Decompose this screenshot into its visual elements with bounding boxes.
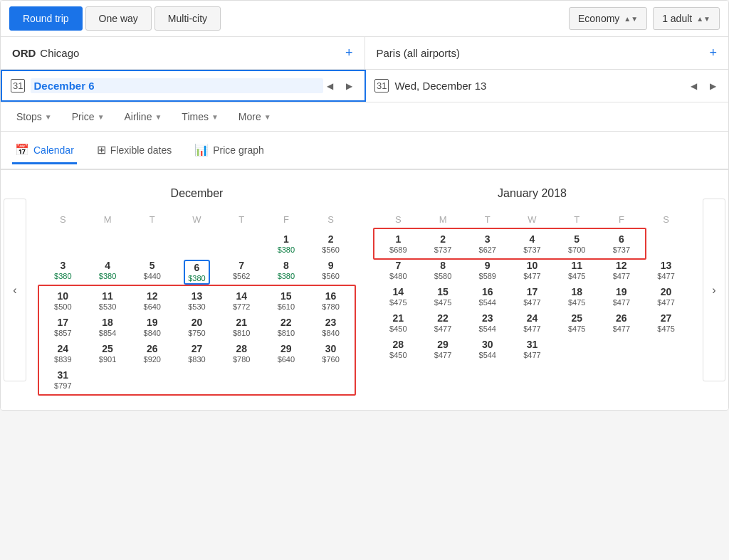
- table-row[interactable]: 31 $797: [41, 366, 85, 393]
- tab-price-graph[interactable]: 📊 Price graph: [192, 137, 267, 164]
- table-row[interactable]: 4 $737: [510, 231, 555, 257]
- tab-round-trip[interactable]: Round trip: [9, 6, 83, 31]
- table-row[interactable]: 6 $380: [174, 257, 219, 287]
- table-row[interactable]: 29 $477: [421, 336, 466, 362]
- table-row: [219, 231, 264, 257]
- table-row[interactable]: 3 $380: [41, 257, 85, 287]
- table-row[interactable]: 14 $475: [376, 283, 421, 310]
- table-row[interactable]: 3 $627: [465, 231, 510, 257]
- table-row[interactable]: 21 $810: [219, 314, 264, 340]
- table-row[interactable]: 11 $530: [85, 287, 130, 314]
- table-row[interactable]: 2 $560: [308, 231, 353, 257]
- table-row[interactable]: 20 $750: [174, 314, 219, 340]
- table-row[interactable]: 10 $477: [510, 257, 555, 283]
- prev-month-button[interactable]: ‹: [4, 199, 26, 381]
- table-row[interactable]: 7 $480: [376, 257, 421, 283]
- table-row[interactable]: 2 $737: [421, 231, 466, 257]
- return-date-field[interactable]: 31 Wed, December 13 ◀ ▶: [366, 70, 728, 102]
- table-row: [174, 366, 219, 393]
- depart-date-field[interactable]: 31 December 6 ◀ ▶: [1, 70, 366, 102]
- times-filter[interactable]: Times ▼: [177, 108, 223, 125]
- view-tabs-bar: 📅 Calendar ⊞ Flexible dates 📊 Price grap…: [1, 132, 728, 170]
- passengers-select[interactable]: 1 adult ▲▼: [653, 7, 720, 30]
- table-row[interactable]: 7 $562: [219, 257, 264, 287]
- airline-label: Airline: [125, 111, 152, 122]
- table-row[interactable]: 26 $477: [599, 310, 644, 336]
- table-row[interactable]: 27 $475: [644, 310, 688, 336]
- table-row[interactable]: 31 $477: [510, 336, 555, 362]
- table-row[interactable]: 17 $477: [510, 283, 555, 310]
- return-next-arrow[interactable]: ▶: [706, 80, 720, 93]
- table-row[interactable]: 30 $544: [465, 336, 510, 362]
- origin-field[interactable]: ORD Chicago +: [1, 37, 365, 69]
- table-row[interactable]: 19 $477: [599, 283, 644, 310]
- table-row[interactable]: 25 $901: [85, 340, 130, 366]
- dec-day-header-w: W: [174, 211, 219, 231]
- origin-plus-icon[interactable]: +: [345, 46, 353, 60]
- table-row[interactable]: 15 $475: [421, 283, 466, 310]
- destination-plus-icon[interactable]: +: [709, 46, 717, 60]
- table-row[interactable]: 16 $780: [308, 287, 353, 314]
- tab-one-way[interactable]: One way: [85, 6, 152, 31]
- table-row[interactable]: 4 $380: [85, 257, 130, 287]
- tab-flexible-dates[interactable]: ⊞ Flexible dates: [94, 137, 174, 164]
- main-container: Round trip One way Multi-city Economy ▲▼…: [0, 0, 729, 411]
- table-row[interactable]: 24 $839: [41, 340, 85, 366]
- table-row[interactable]: 27 $830: [174, 340, 219, 366]
- tab-calendar[interactable]: 📅 Calendar: [12, 137, 77, 164]
- table-row[interactable]: 14 $772: [219, 287, 264, 314]
- table-row[interactable]: 24 $477: [510, 310, 555, 336]
- destination-field[interactable]: Paris (all airports) +: [365, 37, 729, 69]
- table-row[interactable]: 29 $640: [264, 340, 309, 366]
- table-row[interactable]: 11 $475: [555, 257, 599, 283]
- cabin-select[interactable]: Economy ▲▼: [569, 7, 647, 30]
- table-row[interactable]: 6 $737: [599, 231, 644, 257]
- table-row[interactable]: 22 $810: [264, 314, 309, 340]
- next-month-button[interactable]: ›: [703, 199, 725, 381]
- tab-multi-city[interactable]: Multi-city: [154, 6, 221, 31]
- trip-type-bar: Round trip One way Multi-city Economy ▲▼…: [1, 1, 728, 37]
- times-arrow-icon: ▼: [211, 113, 219, 121]
- depart-prev-arrow[interactable]: ◀: [323, 80, 337, 93]
- table-row[interactable]: 30 $760: [308, 340, 353, 366]
- table-row[interactable]: 5 $440: [130, 257, 174, 287]
- table-row[interactable]: 9 $560: [308, 257, 353, 287]
- depart-next-arrow[interactable]: ▶: [342, 80, 356, 93]
- table-row[interactable]: 15 $610: [264, 287, 309, 314]
- cabin-arrow-icon: ▲▼: [624, 15, 638, 23]
- table-row[interactable]: 22 $477: [421, 310, 466, 336]
- airline-filter[interactable]: Airline ▼: [120, 108, 167, 125]
- table-row[interactable]: 23 $544: [465, 310, 510, 336]
- table-row[interactable]: 13 $530: [174, 287, 219, 314]
- table-row[interactable]: 23 $840: [308, 314, 353, 340]
- table-row[interactable]: 18 $854: [85, 314, 130, 340]
- table-row[interactable]: 28 $450: [376, 336, 421, 362]
- table-row[interactable]: 18 $475: [555, 283, 599, 310]
- table-row[interactable]: 19 $840: [130, 314, 174, 340]
- table-row[interactable]: 16 $544: [465, 283, 510, 310]
- january-title: January 2018: [376, 187, 688, 200]
- depart-calendar-icon: 31: [11, 79, 25, 93]
- table-row[interactable]: 17 $857: [41, 314, 85, 340]
- table-row[interactable]: 9 $589: [465, 257, 510, 283]
- more-filter[interactable]: More ▼: [234, 108, 276, 125]
- table-row[interactable]: 8 $580: [421, 257, 466, 283]
- calendars-wrapper: ‹ December S M T W T F S: [1, 170, 728, 410]
- table-row[interactable]: 26 $920: [130, 340, 174, 366]
- table-row[interactable]: 20 $477: [644, 283, 688, 310]
- table-row[interactable]: 13 $477: [644, 257, 688, 283]
- stops-filter[interactable]: Stops ▼: [12, 108, 56, 125]
- table-row[interactable]: 12 $640: [130, 287, 174, 314]
- table-row[interactable]: 12 $477: [599, 257, 644, 283]
- table-row[interactable]: 10 $500: [41, 287, 85, 314]
- return-prev-arrow[interactable]: ◀: [687, 80, 701, 93]
- table-row[interactable]: 1 $689: [376, 231, 421, 257]
- table-row[interactable]: 28 $780: [219, 340, 264, 366]
- table-row[interactable]: 21 $450: [376, 310, 421, 336]
- table-row[interactable]: 5 $700: [555, 231, 599, 257]
- table-row[interactable]: 8 $380: [264, 257, 309, 287]
- table-row[interactable]: 25 $475: [555, 310, 599, 336]
- price-filter[interactable]: Price ▼: [68, 108, 109, 125]
- table-row[interactable]: 1 $380: [264, 231, 309, 257]
- more-label: More: [238, 111, 261, 122]
